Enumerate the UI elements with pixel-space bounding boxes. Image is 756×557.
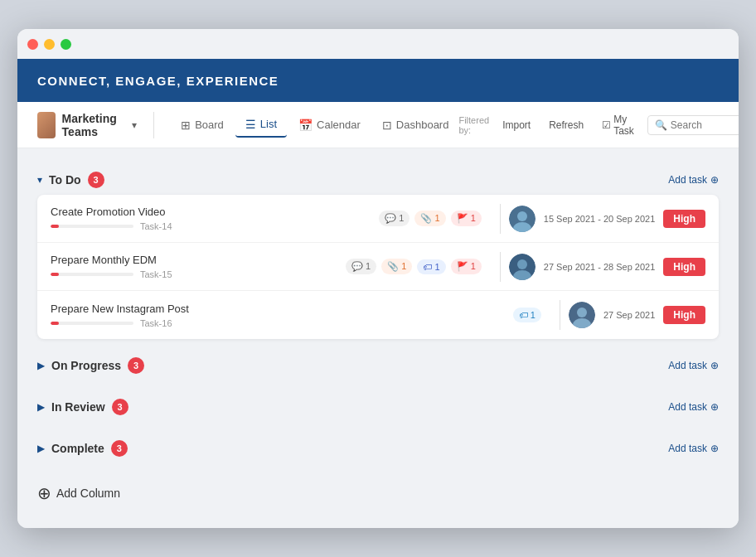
toolbar: Marketing Teams ▾ ⊞ Board ☰ List 📅 Calen… (17, 102, 739, 148)
team-avatar (37, 112, 56, 138)
list-icon: ☰ (245, 118, 256, 131)
task-1-progress-row: Task-14 (51, 221, 369, 231)
dashboard-icon: ⊡ (382, 119, 392, 132)
add-task-todo-button[interactable]: Add task ⊕ (668, 174, 719, 186)
task-1-progress-bg (51, 225, 133, 228)
close-button[interactable] (27, 39, 38, 50)
section-todo: ▾ To Do 3 Add task ⊕ Create Promotion Vi… (37, 165, 719, 339)
import-button[interactable]: Import (497, 116, 536, 134)
section-on-progress: ▶ On Progress 3 Add task ⊕ (37, 351, 719, 380)
badge-blue-tag: 🏷 1 (513, 308, 541, 322)
section-complete-count: 3 (111, 440, 128, 457)
add-column-button[interactable]: ⊕ Add Column (37, 475, 719, 511)
my-task-label: My Task (613, 114, 634, 137)
section-complete-header[interactable]: ▶ Complete 3 Add task ⊕ (37, 433, 719, 463)
tab-board-label: Board (195, 119, 224, 131)
task-row: Prepare Monthly EDM Task-15 💬 1 📎 1 🏷 1 (37, 243, 719, 291)
divider (560, 300, 560, 330)
toolbar-right: Filtered by: Import Refresh ☑ My Task 🔍 (458, 110, 739, 140)
search-icon: 🔍 (655, 119, 667, 131)
task-2-id: Task-15 (140, 269, 172, 279)
task-2-assignee (509, 254, 536, 280)
section-in-review: ▶ In Review 3 Add task ⊕ (37, 392, 719, 422)
chevron-down-icon: ▾ (37, 174, 42, 186)
team-selector[interactable]: Marketing Teams ▾ (37, 112, 154, 138)
app-window: CONNECT, ENGAGE, EXPERIENCE Marketing Te… (17, 29, 739, 528)
task-3-progress-fill (51, 322, 59, 325)
task-3-assignee (569, 302, 595, 328)
section-complete: ▶ Complete 3 Add task ⊕ (37, 433, 719, 463)
badge-comment: 💬 1 (379, 211, 410, 226)
nav-tabs: ⊞ Board ☰ List 📅 Calendar ⊡ Dashboard (171, 113, 458, 138)
task-2-info: Prepare Monthly EDM Task-15 (51, 254, 336, 279)
app-header: CONNECT, ENGAGE, EXPERIENCE (17, 59, 739, 102)
svg-point-4 (517, 259, 527, 269)
section-complete-title: Complete (51, 442, 104, 455)
divider (500, 252, 501, 282)
section-todo-header[interactable]: ▾ To Do 3 Add task ⊕ (37, 165, 719, 195)
task-1-name: Create Promotion Video (51, 206, 369, 218)
tab-board[interactable]: ⊞ Board (171, 114, 234, 137)
task-2-date: 27 Sep 2021 - 28 Sep 2021 (544, 262, 656, 272)
add-icon: ⊕ (710, 360, 719, 371)
todo-tasks-list: Create Promotion Video Task-14 💬 1 📎 1 🚩… (37, 195, 719, 339)
task-3-progress-bg (51, 322, 133, 325)
task-1-assignee (509, 206, 536, 232)
team-name: Marketing Teams (62, 112, 126, 138)
minimize-button[interactable] (44, 39, 55, 50)
task-3-info: Prepare New Instagram Post Task-16 (51, 303, 503, 328)
add-task-label: Add task (668, 360, 707, 371)
tab-calendar[interactable]: 📅 Calendar (288, 114, 371, 137)
add-task-complete-button[interactable]: Add task ⊕ (668, 443, 719, 454)
add-icon: ⊕ (710, 443, 719, 454)
my-task-icon: ☑ (602, 119, 611, 131)
divider (500, 204, 501, 234)
task-3-name: Prepare New Instagram Post (51, 303, 503, 315)
svg-point-7 (577, 308, 587, 317)
section-on-progress-header[interactable]: ▶ On Progress 3 Add task ⊕ (37, 351, 719, 380)
add-task-on-progress-button[interactable]: Add task ⊕ (668, 360, 719, 371)
tab-list-label: List (260, 118, 277, 130)
section-todo-title: To Do (49, 173, 81, 186)
task-row: Prepare New Instagram Post Task-16 🏷 1 (37, 291, 719, 339)
my-task-button[interactable]: ☑ My Task (597, 110, 639, 140)
section-in-review-header[interactable]: ▶ In Review 3 Add task ⊕ (37, 392, 719, 422)
section-in-review-left: ▶ In Review 3 (37, 399, 128, 415)
maximize-button[interactable] (61, 39, 71, 50)
refresh-button[interactable]: Refresh (544, 116, 589, 134)
badge-flag: 🚩 1 (451, 211, 482, 226)
add-task-in-review-button[interactable]: Add task ⊕ (668, 401, 719, 413)
svg-point-1 (517, 211, 527, 221)
add-column-icon: ⊕ (37, 483, 51, 503)
task-2-progress-bg (51, 273, 133, 276)
task-row: Create Promotion Video Task-14 💬 1 📎 1 🚩… (37, 195, 719, 243)
chevron-down-icon: ▾ (132, 119, 137, 131)
main-content: ▾ To Do 3 Add task ⊕ Create Promotion Vi… (17, 148, 739, 528)
badge-attach: 📎 1 (414, 211, 445, 226)
task-1-id: Task-14 (140, 221, 172, 231)
section-on-progress-title: On Progress (51, 359, 121, 372)
task-3-priority: High (663, 306, 705, 324)
tab-list[interactable]: ☰ List (235, 113, 287, 138)
add-column-label: Add Column (56, 487, 120, 500)
tab-dashboard[interactable]: ⊡ Dashboard (372, 114, 459, 137)
task-3-date: 27 Sep 2021 (603, 310, 655, 320)
task-2-name: Prepare Monthly EDM (51, 254, 336, 266)
search-input[interactable] (671, 119, 739, 131)
chevron-right-icon: ▶ (37, 443, 45, 454)
badge-flag: 🚩 1 (451, 259, 482, 274)
badge-attach: 📎 1 (381, 259, 412, 274)
add-icon: ⊕ (710, 174, 719, 186)
tab-dashboard-label: Dashboard (396, 119, 449, 131)
board-icon: ⊞ (181, 119, 191, 132)
task-3-progress-row: Task-16 (51, 318, 503, 328)
add-task-label: Add task (668, 174, 707, 186)
section-on-progress-count: 3 (128, 357, 144, 374)
search-box[interactable]: 🔍 (647, 115, 739, 135)
task-1-priority: High (663, 210, 705, 228)
tab-calendar-label: Calendar (317, 119, 361, 131)
calendar-icon: 📅 (298, 119, 313, 132)
badge-comment: 💬 1 (346, 259, 376, 274)
titlebar (17, 29, 739, 59)
task-1-progress-fill (51, 225, 59, 228)
